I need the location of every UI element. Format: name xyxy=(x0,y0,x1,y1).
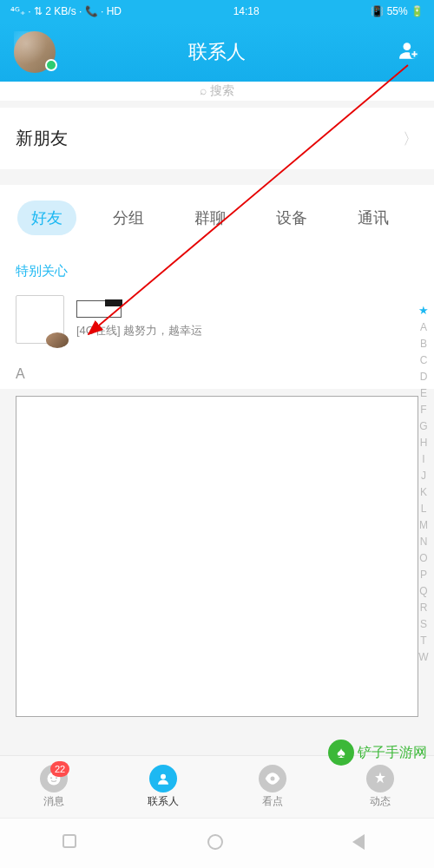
chevron-right-icon: 〉 xyxy=(403,128,418,149)
alpha-J[interactable]: J xyxy=(417,469,431,483)
tab-addressbook[interactable]: 通讯 xyxy=(344,201,403,235)
new-friends-label: 新朋友 xyxy=(16,127,68,150)
alpha-G[interactable]: G xyxy=(417,419,431,433)
nav-label: 联系人 xyxy=(148,794,179,809)
letter-section-a: A xyxy=(0,356,434,389)
sys-back-button[interactable] xyxy=(352,834,372,853)
section-special-care: 特别关心 xyxy=(0,251,434,288)
alpha-H[interactable]: H xyxy=(417,436,431,450)
tab-groupchat[interactable]: 群聊 xyxy=(181,201,240,235)
watermark: ♠ 铲子手游网 xyxy=(328,740,427,766)
alpha-index[interactable]: ★ABCDEFGHIJKLMNOPQRSTW xyxy=(417,304,431,664)
alpha-E[interactable]: E xyxy=(417,386,431,400)
search-hint[interactable]: ⌕ 搜索 xyxy=(0,82,434,101)
tab-devices[interactable]: 设备 xyxy=(262,201,321,235)
tab-groups[interactable]: 分组 xyxy=(99,201,158,235)
status-bar: ⁴ᴳ₊ · ⇅ 2 KB/s · 📞 · HD 14:18 📳 55% 🔋 xyxy=(0,0,434,23)
svg-point-0 xyxy=(404,43,411,50)
sys-home-button[interactable] xyxy=(207,834,227,853)
status-time: 14:18 xyxy=(233,5,260,17)
status-right: 📳 55% 🔋 xyxy=(371,5,424,17)
nav-contacts[interactable]: 联系人 xyxy=(148,765,179,809)
nav-trends[interactable]: 动态 xyxy=(366,765,394,809)
alpha-N[interactable]: N xyxy=(417,535,431,549)
tab-friends[interactable]: 好友 xyxy=(17,201,76,235)
alpha-O[interactable]: O xyxy=(417,551,431,565)
alpha-B[interactable]: B xyxy=(417,337,431,351)
alpha-W[interactable]: W xyxy=(417,650,431,664)
alpha-★[interactable]: ★ xyxy=(417,304,431,318)
contact-tabs: 好友 分组 群聊 设备 通讯 xyxy=(0,185,434,251)
contact-status: [4G在线] 越努力，越幸运 xyxy=(76,323,202,339)
nav-messages[interactable]: 22 消息 xyxy=(40,765,68,809)
add-contact-button[interactable] xyxy=(398,39,420,65)
contact-name-redacted xyxy=(76,300,122,318)
contacts-icon xyxy=(149,765,177,792)
nav-kandian[interactable]: 看点 xyxy=(259,765,286,809)
contact-avatar xyxy=(16,295,64,344)
alpha-R[interactable]: R xyxy=(417,601,431,615)
watermark-text: 铲子手游网 xyxy=(358,744,427,762)
alpha-F[interactable]: F xyxy=(417,403,431,417)
trends-icon xyxy=(366,765,394,792)
alpha-Q[interactable]: Q xyxy=(417,584,431,598)
alpha-L[interactable]: L xyxy=(417,502,431,516)
svg-point-8 xyxy=(271,777,275,781)
svg-point-5 xyxy=(50,777,52,779)
sys-recent-button[interactable] xyxy=(62,834,82,853)
online-indicator xyxy=(45,59,57,71)
contact-info: [4G在线] 越努力，越幸运 xyxy=(76,300,202,339)
alpha-I[interactable]: I xyxy=(417,452,431,466)
search-icon: ⌕ xyxy=(200,83,210,97)
nav-label: 看点 xyxy=(262,794,283,809)
new-friends-row[interactable]: 新朋友 〉 xyxy=(0,108,434,169)
app-header: 联系人 xyxy=(0,23,434,82)
watermark-icon: ♠ xyxy=(328,740,354,766)
nav-label: 消息 xyxy=(43,794,64,809)
alpha-A[interactable]: A xyxy=(417,320,431,334)
alpha-K[interactable]: K xyxy=(417,485,431,499)
redacted-contacts-box xyxy=(16,396,418,717)
alpha-S[interactable]: S xyxy=(417,617,431,631)
contact-row[interactable]: [4G在线] 越努力，越幸运 xyxy=(0,288,434,356)
alpha-T[interactable]: T xyxy=(417,634,431,648)
kandian-icon xyxy=(259,765,286,792)
alpha-D[interactable]: D xyxy=(417,370,431,384)
user-avatar[interactable] xyxy=(14,31,56,73)
page-title: 联系人 xyxy=(188,39,246,65)
nav-label: 动态 xyxy=(370,794,391,809)
messages-badge: 22 xyxy=(50,761,69,777)
alpha-C[interactable]: C xyxy=(417,353,431,367)
status-left: ⁴ᴳ₊ · ⇅ 2 KB/s · 📞 · HD xyxy=(10,5,122,17)
alpha-P[interactable]: P xyxy=(417,568,431,582)
alpha-M[interactable]: M xyxy=(417,518,431,532)
svg-point-6 xyxy=(56,777,57,779)
svg-point-7 xyxy=(161,774,166,779)
system-nav-bar xyxy=(0,818,434,868)
